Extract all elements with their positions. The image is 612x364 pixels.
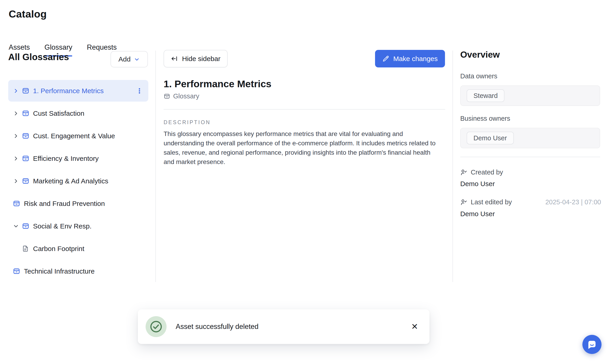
hide-sidebar-button[interactable]: Hide sidebar: [164, 50, 228, 67]
content-divider: [164, 109, 445, 110]
created-by-row: Created by: [460, 169, 601, 176]
glossary-tree-item[interactable]: Social & Env Resp.: [8, 215, 148, 237]
glossary-icon: [13, 200, 20, 207]
collapse-left-icon: [171, 55, 178, 62]
data-owners-label: Data owners: [460, 72, 497, 80]
overview-heading: Overview: [460, 50, 500, 60]
document-type: Glossary: [164, 92, 199, 100]
make-changes-button[interactable]: Make changes: [375, 50, 445, 67]
glossary-tree-item[interactable]: 1. Performance Metrics: [8, 80, 148, 102]
sidebar-heading: All Glossaries: [8, 52, 69, 62]
catalog-page: Catalog Assets Glossary Requests All Glo…: [0, 0, 612, 364]
glossary-tree-item[interactable]: Cust Satisfaction: [8, 103, 148, 124]
glossary-item-label: 1. Performance Metrics: [33, 87, 104, 95]
user-check-icon: [460, 199, 467, 206]
business-owners-label: Business owners: [460, 115, 510, 122]
overview-divider: [453, 51, 453, 282]
business-owner-chip: Demo User: [467, 132, 514, 144]
glossary-icon: [13, 267, 20, 275]
hide-sidebar-label: Hide sidebar: [182, 55, 220, 63]
glossary-item-label: Social & Env Resp.: [33, 222, 91, 230]
success-check-icon: [146, 316, 167, 337]
glossary-item-label: Cust. Engagement & Value: [33, 132, 115, 140]
chat-launcher-button[interactable]: [582, 335, 601, 354]
glossary-item-label: Cust Satisfaction: [33, 110, 84, 117]
glossary-tree-item[interactable]: Cust. Engagement & Value: [8, 125, 148, 147]
chevron-icon[interactable]: [13, 155, 20, 162]
user-check-icon: [460, 169, 467, 176]
last-edited-by-label: Last edited by: [471, 198, 512, 206]
pencil-icon: [382, 55, 389, 62]
sidebar-divider: [156, 51, 156, 282]
last-edited-row: Last edited by 2025-04-23 | 07:00: [460, 198, 601, 206]
toast-close-button[interactable]: ✕: [410, 322, 419, 331]
glossary-icon: [22, 110, 29, 117]
chevron-icon[interactable]: [13, 110, 20, 117]
glossary-icon: [22, 222, 29, 230]
glossary-tree-item[interactable]: Efficiency & Inventory: [8, 148, 148, 169]
document-title: 1. Performance Metrics: [164, 78, 271, 90]
glossary-icon: [22, 87, 29, 94]
description-text: This glossary encompasses key performanc…: [164, 129, 441, 167]
document-type-label: Glossary: [173, 92, 199, 100]
last-edited-by-name: Demo User: [460, 210, 495, 218]
glossary-tree-item[interactable]: Technical Infrastructure: [8, 260, 148, 282]
glossary-item-label: Technical Infrastructure: [24, 267, 94, 275]
created-by-name: Demo User: [460, 180, 495, 188]
chevron-icon[interactable]: [13, 223, 20, 230]
page-title: Catalog: [9, 8, 47, 20]
chevron-icon[interactable]: [13, 178, 20, 184]
data-owners-field: Steward: [460, 85, 600, 106]
chevron-icon[interactable]: [13, 132, 20, 139]
add-button-label: Add: [118, 55, 130, 63]
kebab-menu-icon[interactable]: [136, 88, 143, 94]
add-glossary-button[interactable]: Add: [111, 51, 148, 67]
chevron-icon[interactable]: [13, 88, 20, 94]
chevron-down-icon: [134, 56, 140, 62]
chat-bubble-icon: [587, 339, 597, 350]
glossary-tree-item[interactable]: Risk and Fraud Prevention: [8, 193, 148, 214]
business-owners-field: Demo User: [460, 128, 600, 148]
glossary-icon: [22, 155, 29, 162]
glossary-item-label: Carbon Footprint: [33, 245, 84, 253]
glossary-tree-item[interactable]: Carbon Footprint: [8, 238, 148, 260]
toast-message: Asset successfully deleted: [176, 323, 259, 331]
make-changes-label: Make changes: [393, 55, 438, 63]
glossary-tree-item[interactable]: Marketing & Ad Analytics: [8, 170, 148, 192]
last-edited-timestamp: 2025-04-23 | 07:00: [545, 198, 601, 206]
glossary-item-label: Marketing & Ad Analytics: [33, 177, 108, 185]
created-by-label: Created by: [471, 169, 503, 176]
data-owner-chip: Steward: [467, 89, 505, 102]
glossary-icon: [164, 93, 170, 100]
toast-notification: Asset successfully deleted ✕: [138, 309, 430, 344]
glossary-item-label: Efficiency & Inventory: [33, 155, 99, 162]
description-heading: DESCRIPTION: [164, 119, 211, 126]
glossary-tree: 1. Performance Metrics Cust Satisfaction: [8, 80, 148, 283]
glossary-icon: [22, 177, 29, 185]
overview-section-divider: [460, 157, 600, 157]
document-icon: [22, 245, 29, 252]
glossary-item-label: Risk and Fraud Prevention: [24, 200, 105, 208]
glossary-icon: [22, 132, 29, 140]
